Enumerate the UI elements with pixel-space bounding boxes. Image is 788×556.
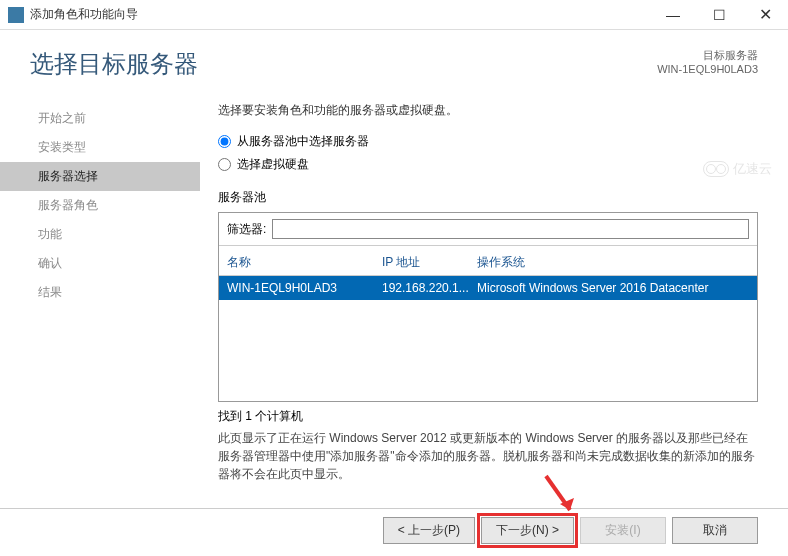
cell-name: WIN-1EQL9H0LAD3 [227, 281, 382, 295]
col-header-os[interactable]: 操作系统 [477, 254, 749, 271]
titlebar: 添加角色和功能向导 — ☐ ✕ [0, 0, 788, 30]
main-panel: 选择要安装角色和功能的服务器或虚拟硬盘。 从服务器池中选择服务器 选择虚拟硬盘 … [200, 90, 788, 490]
filter-row: 筛选器: [219, 213, 757, 246]
footer: < 上一步(P) 下一步(N) > 安装(I) 取消 [0, 508, 788, 544]
cell-os: Microsoft Windows Server 2016 Datacenter [477, 281, 749, 295]
install-button: 安装(I) [580, 517, 666, 544]
instruction-text: 选择要安装角色和功能的服务器或虚拟硬盘。 [218, 102, 758, 119]
col-header-ip[interactable]: IP 地址 [382, 254, 477, 271]
sidebar-item-server-roles[interactable]: 服务器角色 [0, 191, 200, 220]
table-row[interactable]: WIN-1EQL9H0LAD3 192.168.220.1... Microso… [219, 276, 757, 300]
filter-input[interactable] [272, 219, 749, 239]
radio-vhd-label: 选择虚拟硬盘 [237, 156, 309, 173]
server-pool-box: 筛选器: 名称 IP 地址 操作系统 WIN-1EQL9H0LAD3 192.1… [218, 212, 758, 402]
watermark-text: 亿速云 [733, 160, 772, 178]
radio-server-pool[interactable]: 从服务器池中选择服务器 [218, 133, 758, 150]
table-header: 名称 IP 地址 操作系统 [219, 246, 757, 276]
table-body: WIN-1EQL9H0LAD3 192.168.220.1... Microso… [219, 276, 757, 401]
watermark: 亿速云 [703, 160, 772, 178]
sidebar-item-before-begin[interactable]: 开始之前 [0, 104, 200, 133]
content: 开始之前 安装类型 服务器选择 服务器角色 功能 确认 结果 选择要安装角色和功… [0, 90, 788, 490]
close-button[interactable]: ✕ [742, 0, 788, 30]
radio-group: 从服务器池中选择服务器 选择虚拟硬盘 [218, 133, 758, 173]
header: 选择目标服务器 目标服务器 WIN-1EQL9H0LAD3 [0, 30, 788, 90]
radio-server-pool-input[interactable] [218, 135, 231, 148]
next-button[interactable]: 下一步(N) > [481, 517, 574, 544]
target-info: 目标服务器 WIN-1EQL9H0LAD3 [657, 48, 758, 75]
cell-ip: 192.168.220.1... [382, 281, 477, 295]
minimize-button[interactable]: — [650, 0, 696, 30]
count-label: 找到 1 个计算机 [218, 408, 758, 425]
cancel-button[interactable]: 取消 [672, 517, 758, 544]
sidebar-item-confirm[interactable]: 确认 [0, 249, 200, 278]
radio-server-pool-label: 从服务器池中选择服务器 [237, 133, 369, 150]
description-text: 此页显示了正在运行 Windows Server 2012 或更新版本的 Win… [218, 429, 758, 483]
target-value: WIN-1EQL9H0LAD3 [657, 63, 758, 75]
sidebar-item-results[interactable]: 结果 [0, 278, 200, 307]
col-header-name[interactable]: 名称 [227, 254, 382, 271]
radio-vhd-input[interactable] [218, 158, 231, 171]
window-title: 添加角色和功能向导 [30, 6, 650, 23]
target-label: 目标服务器 [657, 48, 758, 63]
sidebar-item-server-selection[interactable]: 服务器选择 [0, 162, 200, 191]
sidebar-item-install-type[interactable]: 安装类型 [0, 133, 200, 162]
maximize-button[interactable]: ☐ [696, 0, 742, 30]
page-title: 选择目标服务器 [30, 48, 198, 80]
filter-label: 筛选器: [227, 221, 266, 238]
prev-button[interactable]: < 上一步(P) [383, 517, 475, 544]
watermark-icon [703, 161, 729, 177]
sidebar-item-features[interactable]: 功能 [0, 220, 200, 249]
sidebar: 开始之前 安装类型 服务器选择 服务器角色 功能 确认 结果 [0, 90, 200, 490]
window-controls: — ☐ ✕ [650, 0, 788, 30]
app-icon [8, 7, 24, 23]
pool-label: 服务器池 [218, 189, 758, 206]
radio-vhd[interactable]: 选择虚拟硬盘 [218, 156, 758, 173]
